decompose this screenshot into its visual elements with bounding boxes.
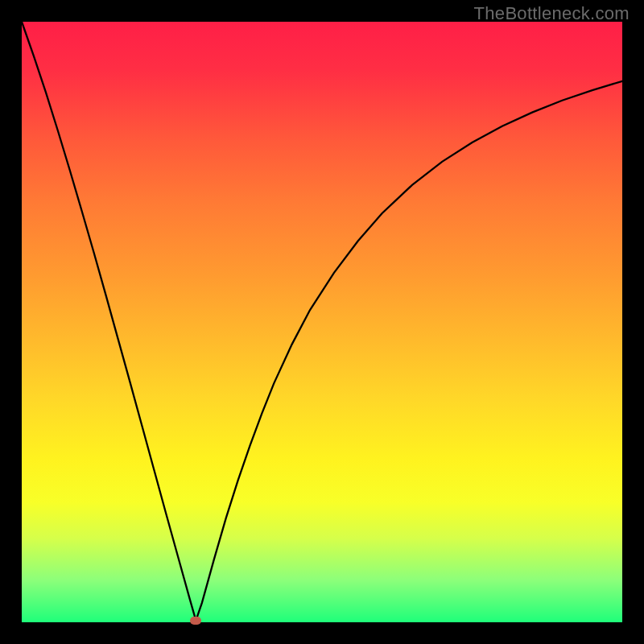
watermark-text: TheBottleneck.com (474, 3, 630, 24)
bottleneck-curve (22, 22, 622, 622)
chart-plot-area (22, 22, 622, 622)
curve-right-branch (196, 81, 622, 621)
optimal-point-marker (190, 617, 201, 625)
curve-left-branch (22, 22, 196, 621)
